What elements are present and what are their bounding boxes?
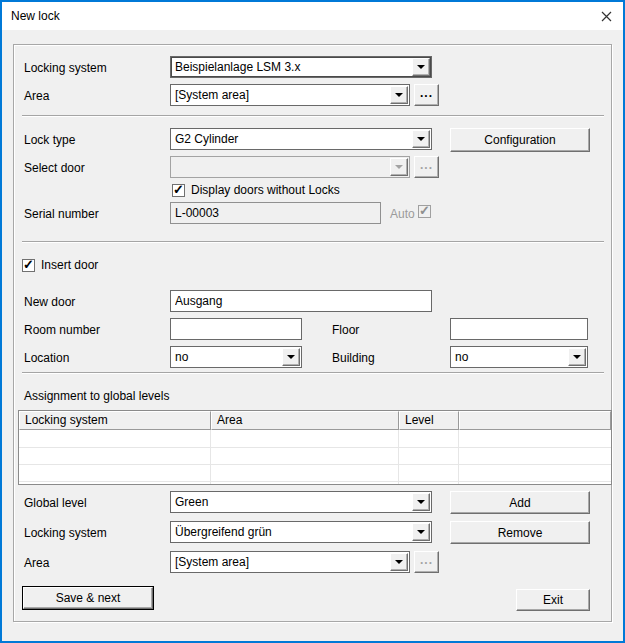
grid-line [19, 481, 611, 482]
check-icon: ✓ [419, 203, 430, 218]
location-select[interactable]: no [170, 346, 302, 368]
room-number-label: Room number [24, 323, 100, 337]
check-icon: ✓ [23, 257, 34, 272]
column-header-area[interactable]: Area [211, 411, 399, 430]
dropdown-arrow-icon[interactable] [412, 130, 430, 148]
new-door-label: New door [24, 295, 75, 309]
area-browse-button[interactable]: ... [414, 84, 439, 106]
global-level-select[interactable]: Green [170, 491, 432, 513]
column-header-empty[interactable] [459, 411, 611, 430]
assignment-locking-system-label: Locking system [24, 526, 107, 540]
select-door-label: Select door [24, 161, 85, 175]
building-label: Building [332, 351, 375, 365]
lock-type-select[interactable]: G2 Cylinder [170, 128, 432, 150]
room-number-input[interactable] [170, 318, 302, 340]
auto-label: Auto [390, 207, 415, 221]
floor-label: Floor [332, 323, 359, 337]
save-next-button[interactable]: Save & next [23, 587, 153, 609]
location-value: no [175, 350, 279, 364]
add-button[interactable]: Add [450, 491, 590, 514]
display-doors-checkbox[interactable]: ✓ Display doors without Locks [172, 183, 340, 197]
new-lock-dialog: New lock Locking system Beispielanlage L… [0, 0, 625, 643]
lock-type-label: Lock type [24, 133, 75, 147]
assignment-area-browse-button: ... [414, 551, 439, 573]
location-label: Location [24, 351, 69, 365]
close-button[interactable] [595, 6, 617, 26]
insert-door-checkbox[interactable]: ✓ Insert door [22, 258, 98, 272]
assignment-area-select[interactable]: [System area] [170, 551, 410, 573]
dropdown-arrow-icon [390, 158, 408, 176]
dropdown-arrow-icon[interactable] [412, 493, 430, 511]
grid-line [458, 430, 459, 484]
assignment-area-value: [System area] [175, 555, 387, 569]
area-label: Area [24, 89, 49, 103]
lock-type-value: G2 Cylinder [175, 132, 409, 146]
assignment-table-body[interactable] [19, 430, 611, 484]
dropdown-arrow-icon[interactable] [390, 86, 408, 104]
locking-system-value: Beispielanlage LSM 3.x [175, 60, 409, 74]
dropdown-arrow-icon[interactable] [568, 348, 586, 366]
dropdown-arrow-icon[interactable] [390, 553, 408, 571]
auto-checkbox: ✓ [418, 205, 431, 218]
assignment-area-label: Area [24, 556, 49, 570]
dropdown-arrow-icon[interactable] [412, 523, 430, 541]
grid-line [398, 430, 399, 484]
building-select[interactable]: no [450, 346, 588, 368]
window-title: New lock [11, 9, 60, 23]
separator [22, 372, 604, 374]
select-door-browse-button: ... [414, 156, 439, 178]
configuration-button[interactable]: Configuration [450, 128, 590, 152]
new-door-input[interactable] [170, 290, 432, 312]
serial-number-input [170, 202, 381, 224]
check-icon: ✓ [173, 182, 184, 197]
floor-input[interactable] [450, 318, 588, 340]
assignment-title: Assignment to global levels [24, 389, 169, 403]
assignment-table[interactable]: Locking system Area Level [18, 410, 612, 485]
assignment-table-header: Locking system Area Level [19, 411, 611, 430]
close-icon [601, 11, 612, 22]
global-level-label: Global level [24, 496, 87, 510]
exit-button[interactable]: Exit [516, 589, 590, 611]
assignment-locking-system-select[interactable]: Übergreifend grün [170, 521, 432, 543]
assignment-locking-system-value: Übergreifend grün [175, 525, 409, 539]
building-value: no [455, 350, 565, 364]
dropdown-arrow-icon[interactable] [282, 348, 300, 366]
title-bar: New lock [2, 2, 623, 30]
grid-line [210, 430, 211, 484]
checkbox-box[interactable]: ✓ [172, 184, 185, 197]
global-level-value: Green [175, 495, 409, 509]
area-select[interactable]: [System area] [170, 84, 410, 106]
locking-system-label: Locking system [24, 61, 107, 75]
remove-button[interactable]: Remove [450, 521, 590, 544]
column-header-level[interactable]: Level [399, 411, 459, 430]
area-value: [System area] [175, 88, 387, 102]
dropdown-arrow-icon[interactable] [412, 58, 430, 76]
separator [22, 241, 604, 243]
grid-line [19, 447, 611, 448]
grid-line [19, 464, 611, 465]
select-door-select [170, 156, 410, 178]
serial-number-label: Serial number [24, 207, 99, 221]
display-doors-checkbox-label: Display doors without Locks [191, 183, 340, 197]
checkbox-box[interactable]: ✓ [22, 259, 35, 272]
insert-door-checkbox-label: Insert door [41, 258, 98, 272]
separator [22, 115, 604, 117]
locking-system-select[interactable]: Beispielanlage LSM 3.x [170, 56, 432, 78]
column-header-locking-system[interactable]: Locking system [19, 411, 211, 430]
checkbox-box: ✓ [418, 205, 431, 218]
